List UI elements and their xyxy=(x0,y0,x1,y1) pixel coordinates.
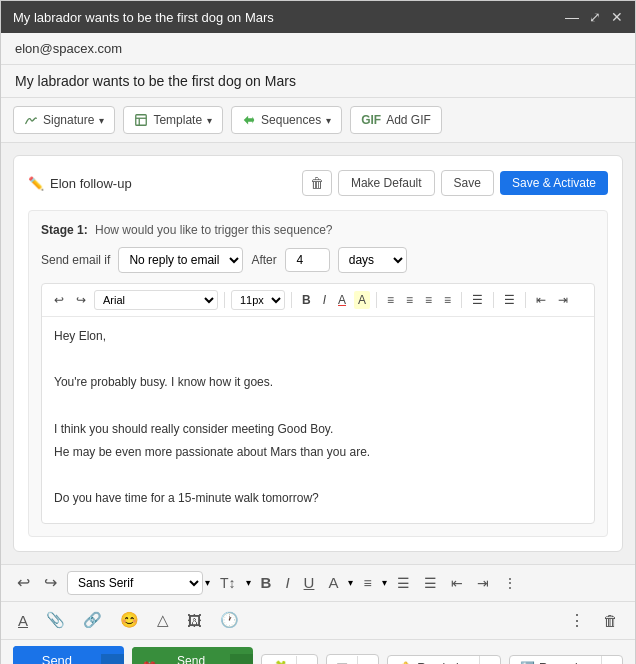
main-align-button[interactable]: ≡ xyxy=(359,573,375,593)
add-gif-button[interactable]: GIF Add GIF xyxy=(350,106,442,134)
stage-label: Stage 1: How would you like to trigger t… xyxy=(41,223,595,237)
after-days-input[interactable] xyxy=(285,248,330,272)
gif-icon: GIF xyxy=(361,113,381,127)
font-color-chevron: ▾ xyxy=(348,577,353,588)
align-right-button[interactable]: ≡ xyxy=(421,291,436,309)
delete-sequence-button[interactable]: 🗑 xyxy=(302,170,332,196)
toolbar-separator-6 xyxy=(525,292,526,308)
send-later-chevron-button[interactable]: ▾ xyxy=(230,654,253,665)
sequences-button[interactable]: Sequences ▾ xyxy=(231,106,342,134)
main-outdent-button[interactable]: ⇤ xyxy=(447,573,467,593)
bold-button[interactable]: B xyxy=(298,291,315,309)
send-email-row: Send email if No reply to email Reply to… xyxy=(41,247,595,273)
image-button[interactable]: 🖼 xyxy=(182,609,207,632)
align-center-button[interactable]: ≡ xyxy=(402,291,417,309)
delete-draft-button[interactable]: 🗑 xyxy=(598,609,623,632)
send-email-if-select[interactable]: No reply to email Reply to email Opened … xyxy=(118,247,243,273)
outdent-button[interactable]: ⇤ xyxy=(532,291,550,309)
attach-button[interactable]: 📎 xyxy=(41,608,70,632)
reminder-group: 🔔 Reminder ▾ xyxy=(387,655,501,665)
layers-group: ▣ ▾ xyxy=(326,654,379,664)
main-indent-button[interactable]: ⇥ xyxy=(473,573,493,593)
undo-button[interactable]: ↩ xyxy=(50,291,68,309)
redo-main-button[interactable]: ↪ xyxy=(40,571,61,594)
main-more-button[interactable]: ⋮ xyxy=(499,573,521,593)
font-family-select[interactable]: Arial Sans Serif Times New Roman xyxy=(94,290,218,310)
close-button[interactable]: ✕ xyxy=(611,9,623,25)
reminder-chevron-button[interactable]: ▾ xyxy=(479,656,500,664)
puzzle-button[interactable]: 🧩 xyxy=(262,655,296,664)
editor-area: ↩ ↪ Arial Sans Serif Times New Roman 11p… xyxy=(41,283,595,524)
editor-toolbar: ↩ ↪ Arial Sans Serif Times New Roman 11p… xyxy=(42,284,594,317)
send-buttons-bar: Send Now ▾ ⏰ Send Later ▾ 🧩 ▾ ▣ ▾ 🔔 Remi… xyxy=(1,639,635,665)
sequence-title-group: ✏️ Elon follow-up xyxy=(28,176,132,191)
font-color-button[interactable]: A xyxy=(334,291,350,309)
format-text-button[interactable]: A xyxy=(13,609,33,632)
font-size-select[interactable]: 11px 12px 14px xyxy=(231,290,285,310)
save-sequence-button[interactable]: Save xyxy=(441,170,494,196)
main-ordered-button[interactable]: ☰ xyxy=(420,573,441,593)
text-size-button[interactable]: T↕ xyxy=(216,573,240,593)
sequence-actions: 🗑 Make Default Save Save & Activate xyxy=(302,170,608,196)
sequences-icon xyxy=(242,113,256,127)
recurring-chevron-button[interactable]: ▾ xyxy=(601,656,622,664)
toolbar-separator-3 xyxy=(376,292,377,308)
italic-button[interactable]: I xyxy=(319,291,330,309)
layers-chevron-button[interactable]: ▾ xyxy=(357,656,378,664)
main-bullet-button[interactable]: ☰ xyxy=(393,573,414,593)
email-from: elon@spacex.com xyxy=(1,33,635,65)
clock-icon: ⏰ xyxy=(142,661,157,665)
make-default-button[interactable]: Make Default xyxy=(338,170,435,196)
maximize-button[interactable]: ⤢ xyxy=(589,9,601,25)
align-chevron: ▾ xyxy=(382,577,387,588)
main-font-select[interactable]: Sans Serif Arial Times New Roman xyxy=(67,571,203,595)
edit-icon: ✏️ xyxy=(28,176,44,191)
font-select-chevron: ▾ xyxy=(205,577,210,588)
schedule-button[interactable]: 🕐 xyxy=(215,608,244,632)
email-subject: My labrador wants to be the first dog on… xyxy=(1,65,635,98)
send-later-button[interactable]: ⏰ Send Later xyxy=(132,647,231,665)
highlight-button[interactable]: A xyxy=(354,291,370,309)
save-activate-button[interactable]: Save & Activate xyxy=(500,171,608,195)
bullet-list-button[interactable]: ☰ xyxy=(468,291,487,309)
signature-button[interactable]: Signature ▾ xyxy=(13,106,115,134)
undo-main-button[interactable]: ↩ xyxy=(13,571,34,594)
send-now-chevron-button[interactable]: ▾ xyxy=(101,654,124,665)
puzzle-chevron-button[interactable]: ▾ xyxy=(296,656,317,664)
redo-button[interactable]: ↪ xyxy=(72,291,90,309)
layers-button[interactable]: ▣ xyxy=(327,655,357,664)
template-chevron-icon: ▾ xyxy=(207,115,212,126)
toolbar-separator-2 xyxy=(291,292,292,308)
link-button[interactable]: 🔗 xyxy=(78,608,107,632)
stage-section: Stage 1: How would you like to trigger t… xyxy=(28,210,608,537)
emoji-button[interactable]: 😊 xyxy=(115,608,144,632)
minimize-button[interactable]: — xyxy=(565,9,579,25)
recurring-icon: 🔄 xyxy=(520,661,535,665)
editor-content[interactable]: Hey Elon, You're probably busy. I know h… xyxy=(42,317,594,523)
more-options-button[interactable]: ⋮ xyxy=(564,608,590,633)
drive-button[interactable]: △ xyxy=(152,608,174,632)
reminder-button[interactable]: 🔔 Reminder xyxy=(388,656,479,665)
main-underline-button[interactable]: U xyxy=(300,572,319,593)
signature-icon xyxy=(24,113,38,127)
main-bold-button[interactable]: B xyxy=(257,572,276,593)
indent-button[interactable]: ⇥ xyxy=(554,291,572,309)
main-font-color-button[interactable]: A xyxy=(324,572,342,593)
svg-rect-0 xyxy=(136,115,147,126)
align-left-button[interactable]: ≡ xyxy=(383,291,398,309)
main-content: ✏️ Elon follow-up 🗑 Make Default Save Sa… xyxy=(1,143,635,564)
recurring-button[interactable]: 🔄 Recurring xyxy=(510,656,601,665)
toolbar-separator-4 xyxy=(461,292,462,308)
puzzle-group: 🧩 ▾ xyxy=(261,654,318,664)
window-controls: — ⤢ ✕ xyxy=(565,9,623,25)
main-window: My labrador wants to be the first dog on… xyxy=(0,0,636,664)
main-italic-button[interactable]: I xyxy=(281,572,293,593)
recurring-group: 🔄 Recurring ▾ xyxy=(509,655,623,665)
days-select[interactable]: days hours weeks xyxy=(338,247,407,273)
ordered-list-button[interactable]: ☰ xyxy=(500,291,519,309)
after-label: After xyxy=(251,253,276,267)
justify-button[interactable]: ≡ xyxy=(440,291,455,309)
send-now-button[interactable]: Send Now xyxy=(13,646,101,665)
send-email-if-label: Send email if xyxy=(41,253,110,267)
template-button[interactable]: Template ▾ xyxy=(123,106,223,134)
